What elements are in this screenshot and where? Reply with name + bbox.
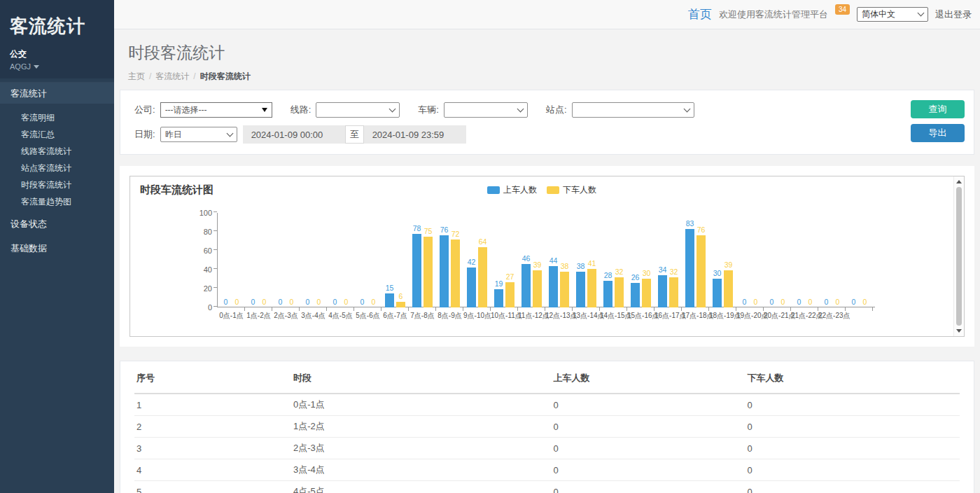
company-select[interactable]: ---请选择---	[160, 102, 272, 118]
x-axis-label: 15点-16点	[627, 311, 654, 321]
chart-category: 00	[846, 213, 873, 307]
breadcrumb-separator: /	[149, 71, 151, 81]
x-axis-label: 17点-18点	[682, 311, 709, 321]
chart-category: 002点-3点	[272, 213, 300, 307]
table-cell: 0	[551, 416, 745, 438]
table-row: 10点-1点00	[134, 394, 960, 416]
legend-label: 上车人数	[503, 184, 537, 196]
table-cell: 0	[551, 394, 745, 416]
welcome-text: 欢迎使用客流统计管理平台	[719, 8, 828, 21]
station-select[interactable]	[572, 102, 694, 118]
query-button[interactable]: 查询	[911, 100, 965, 118]
legend-swatch	[487, 186, 500, 194]
table-cell: 4点-5点	[291, 481, 551, 493]
x-axis-label: 11点-12点	[518, 311, 545, 321]
org-code-dropdown[interactable]: AQGJ	[10, 62, 104, 71]
bar	[522, 264, 531, 307]
export-button[interactable]: 导出	[911, 124, 965, 142]
bar	[533, 270, 542, 307]
breadcrumb: 主页/客流统计/时段客流统计	[128, 71, 966, 83]
bar	[587, 269, 596, 307]
bar-value-label: 0	[366, 298, 381, 306]
y-axis-tick	[214, 249, 217, 250]
table-cell: 0	[551, 459, 745, 481]
date-preset-value: 昨日	[165, 129, 182, 141]
y-axis-label: 100	[189, 209, 212, 217]
sidebar-subitem[interactable]: 客流量趋势图	[0, 193, 114, 210]
chart-category: 42649点-10点	[463, 213, 491, 307]
sidebar-subitem[interactable]: 站点客流统计	[0, 160, 114, 176]
x-axis-label: 3点-4点	[300, 311, 327, 321]
chart-category: 192710点-11点	[491, 213, 518, 307]
bar-value-label: 0	[284, 298, 299, 306]
x-axis-label: 18点-19点	[709, 311, 736, 321]
bar-value-label: 41	[584, 259, 599, 268]
chart-category: 443812点-13点	[545, 213, 573, 307]
chart-panel: 时段车流统计图 上车人数下车人数 020406080100 000点-1点001…	[120, 166, 974, 347]
y-axis-label: 0	[189, 303, 212, 312]
date-from-input[interactable]: 2024-01-09 00:00	[243, 125, 345, 144]
main-content: 时段客流统计 主页/客流统计/时段客流统计 公司: ---请选择--- 线路: …	[114, 29, 980, 493]
bar-value-label: 0	[339, 298, 354, 306]
table-header-cell: 时段	[291, 361, 551, 394]
line-label: 线路:	[290, 104, 312, 116]
x-axis-label: 22点-23点	[818, 311, 846, 321]
bar-value-label: 75	[421, 227, 435, 235]
table-row: 43点-4点00	[134, 459, 960, 481]
table-cell: 0	[745, 438, 960, 459]
x-axis-label: 14点-15点	[600, 311, 627, 321]
sidebar-subitem[interactable]: 时段客流统计	[0, 176, 114, 193]
table-cell: 0	[551, 481, 745, 493]
sidebar-subitem[interactable]: 线路客流统计	[0, 143, 114, 160]
table-cell: 0点-1点	[291, 394, 551, 416]
bar-value-label: 0	[312, 298, 326, 306]
breadcrumb-item[interactable]: 主页	[128, 71, 145, 81]
bar-value-label: 0	[257, 298, 272, 306]
bar-value-label: 72	[448, 230, 463, 238]
sidebar-item[interactable]: 基础数据	[0, 238, 114, 259]
sidebar-subitem[interactable]: 客流汇总	[0, 126, 114, 143]
date-to-input[interactable]: 2024-01-09 23:59	[364, 125, 466, 144]
x-axis-label: 1点-2点	[245, 311, 272, 321]
bar-value-label: 0	[803, 298, 818, 306]
legend-item[interactable]: 上车人数	[487, 184, 537, 196]
chart-category: 1566点-7点	[382, 213, 409, 307]
x-axis-label: 20点-21点	[764, 311, 791, 321]
table-row: 54点-5点00	[134, 481, 960, 493]
sidebar-item-passenger-stats[interactable]: 客流统计	[0, 82, 114, 104]
scroll-up-icon[interactable]	[956, 180, 962, 183]
logout-link[interactable]: 退出登录	[935, 8, 972, 21]
scroll-thumb[interactable]	[956, 187, 962, 326]
bar-value-label: 39	[721, 261, 736, 269]
x-axis-label: 21点-22点	[791, 311, 818, 321]
chart-category: 463911点-12点	[518, 213, 545, 307]
sidebar-item[interactable]: 设备状态	[0, 214, 114, 235]
x-axis-label: 8点-9点	[436, 311, 463, 321]
scroll-down-icon[interactable]	[956, 329, 962, 333]
brand-block: 客流统计 公交 AQGJ	[0, 0, 114, 78]
x-axis-label: 9点-10点	[463, 311, 491, 321]
chart-category: 003点-4点	[300, 213, 327, 307]
language-select[interactable]: 简体中文	[857, 7, 928, 22]
table-cell: 0	[745, 459, 960, 481]
bar	[669, 277, 678, 307]
table-cell: 0	[745, 416, 960, 438]
line-select[interactable]	[316, 102, 400, 118]
sidebar-subitem[interactable]: 客流明细	[0, 109, 114, 126]
bar-value-label: 30	[710, 269, 724, 277]
y-axis-tick	[214, 230, 217, 231]
table-cell: 5	[134, 481, 291, 493]
bar-value-label: 39	[530, 261, 545, 269]
company-select-value: ---请选择---	[165, 104, 207, 116]
home-link[interactable]: 首页	[688, 6, 712, 22]
chevron-down-icon	[226, 130, 233, 137]
table-cell: 1点-2点	[291, 416, 551, 438]
chart-scrollbar[interactable]	[953, 176, 964, 336]
date-preset-select[interactable]: 昨日	[160, 127, 237, 142]
table-header-cell: 下车人数	[745, 361, 960, 394]
legend-item[interactable]: 下车人数	[547, 184, 596, 196]
station-label: 站点:	[546, 104, 567, 116]
breadcrumb-item[interactable]: 客流统计	[155, 71, 189, 81]
y-axis-label: 60	[189, 246, 212, 255]
vehicle-select[interactable]	[444, 102, 528, 118]
